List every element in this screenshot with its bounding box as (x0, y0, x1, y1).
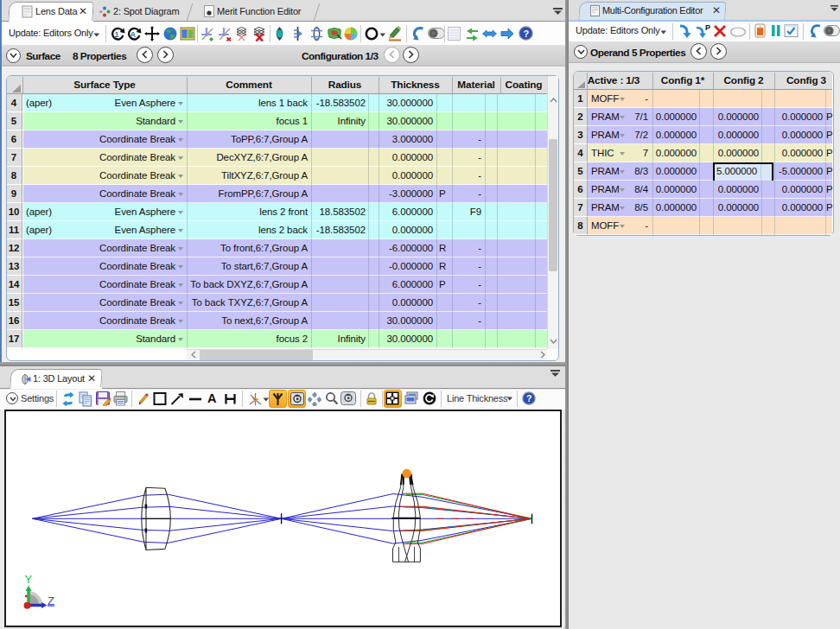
svg-text:1: 1 (115, 30, 119, 39)
svg-text:?: ? (526, 393, 531, 403)
svg-text:?: ? (523, 29, 529, 39)
svg-text:A: A (130, 30, 137, 39)
svg-text:P: P (705, 23, 710, 32)
svg-text:Y: Y (25, 573, 33, 586)
svg-text:Z: Z (48, 594, 54, 607)
